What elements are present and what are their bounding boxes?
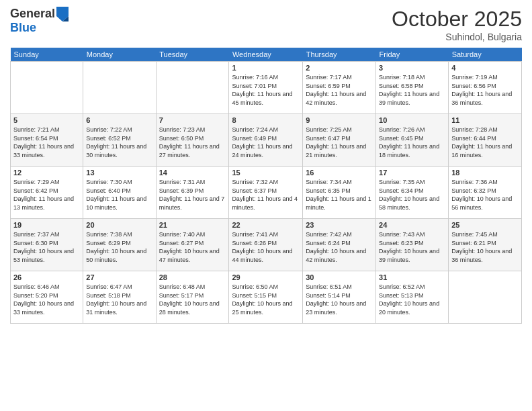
calendar-cell: 20Sunrise: 7:38 AMSunset: 6:29 PMDayligh… (83, 219, 156, 271)
day-number: 9 (306, 116, 373, 124)
day-info: Sunrise: 6:52 AMSunset: 5:13 PMDaylight:… (379, 283, 445, 316)
day-info: Sunrise: 7:23 AMSunset: 6:50 PMDaylight:… (159, 126, 226, 159)
day-number: 11 (451, 116, 519, 124)
day-number: 10 (379, 116, 445, 124)
day-number: 20 (86, 221, 152, 229)
day-info: Sunrise: 7:43 AMSunset: 6:23 PMDaylight:… (379, 230, 445, 264)
day-info: Sunrise: 7:38 AMSunset: 6:29 PMDaylight:… (86, 230, 152, 264)
calendar-cell: 5Sunrise: 7:21 AMSunset: 6:54 PMDaylight… (11, 114, 83, 167)
calendar-cell: 21Sunrise: 7:40 AMSunset: 6:27 PMDayligh… (156, 219, 229, 271)
day-info: Sunrise: 7:40 AMSunset: 6:27 PMDaylight:… (159, 230, 226, 264)
calendar-header-monday: Monday (83, 48, 156, 62)
day-number: 2 (306, 64, 373, 72)
day-number: 5 (13, 116, 80, 124)
calendar-cell: 4Sunrise: 7:19 AMSunset: 6:56 PMDaylight… (449, 62, 522, 114)
day-number: 31 (379, 273, 445, 281)
day-info: Sunrise: 7:36 AMSunset: 6:32 PMDaylight:… (451, 178, 519, 212)
day-number: 18 (451, 169, 519, 177)
calendar-cell: 9Sunrise: 7:25 AMSunset: 6:47 PMDaylight… (303, 114, 376, 167)
day-number: 15 (232, 169, 300, 177)
day-info: Sunrise: 7:17 AMSunset: 6:59 PMDaylight:… (306, 73, 373, 107)
day-number: 6 (86, 116, 152, 124)
calendar-cell: 15Sunrise: 7:32 AMSunset: 6:37 PMDayligh… (229, 167, 303, 219)
day-info: Sunrise: 7:16 AMSunset: 7:01 PMDaylight:… (232, 73, 300, 107)
day-info: Sunrise: 7:18 AMSunset: 6:58 PMDaylight:… (379, 73, 445, 107)
logo-general-text: General (10, 7, 55, 21)
day-info: Sunrise: 7:37 AMSunset: 6:30 PMDaylight:… (13, 230, 80, 264)
day-number: 17 (379, 169, 445, 177)
day-number: 27 (86, 273, 152, 281)
calendar-cell: 19Sunrise: 7:37 AMSunset: 6:30 PMDayligh… (11, 219, 83, 271)
location: Suhindol, Bulgaria (392, 32, 522, 42)
day-number: 25 (451, 221, 519, 229)
day-info: Sunrise: 7:34 AMSunset: 6:35 PMDaylight:… (306, 178, 373, 212)
calendar-cell: 8Sunrise: 7:24 AMSunset: 6:49 PMDaylight… (229, 114, 303, 167)
logo-icon (56, 7, 69, 21)
day-info: Sunrise: 7:42 AMSunset: 6:24 PMDaylight:… (306, 230, 373, 264)
calendar-header-row: SundayMondayTuesdayWednesdayThursdayFrid… (11, 48, 522, 62)
page: General Blue October 2025 Suhindol, Bulg… (0, 0, 532, 411)
day-number: 29 (232, 273, 300, 281)
calendar: SundayMondayTuesdayWednesdayThursdayFrid… (10, 48, 522, 324)
day-info: Sunrise: 6:51 AMSunset: 5:14 PMDaylight:… (306, 283, 373, 316)
day-number: 12 (13, 169, 80, 177)
calendar-cell: 10Sunrise: 7:26 AMSunset: 6:45 PMDayligh… (376, 114, 449, 167)
day-info: Sunrise: 7:30 AMSunset: 6:40 PMDaylight:… (86, 178, 152, 212)
calendar-header-friday: Friday (376, 48, 449, 62)
calendar-header-tuesday: Tuesday (156, 48, 229, 62)
calendar-cell: 25Sunrise: 7:45 AMSunset: 6:21 PMDayligh… (449, 219, 522, 271)
day-number: 3 (379, 64, 445, 72)
day-number: 13 (86, 169, 152, 177)
calendar-cell: 2Sunrise: 7:17 AMSunset: 6:59 PMDaylight… (303, 62, 376, 114)
calendar-header-saturday: Saturday (449, 48, 522, 62)
calendar-cell: 18Sunrise: 7:36 AMSunset: 6:32 PMDayligh… (449, 167, 522, 219)
day-number: 26 (13, 273, 80, 281)
day-info: Sunrise: 7:19 AMSunset: 6:56 PMDaylight:… (451, 73, 519, 107)
calendar-cell: 29Sunrise: 6:50 AMSunset: 5:15 PMDayligh… (229, 271, 303, 324)
day-info: Sunrise: 7:45 AMSunset: 6:21 PMDaylight:… (451, 230, 519, 264)
day-number: 19 (13, 221, 80, 229)
day-number: 21 (159, 221, 226, 229)
header: General Blue October 2025 Suhindol, Bulg… (10, 7, 522, 42)
calendar-cell: 24Sunrise: 7:43 AMSunset: 6:23 PMDayligh… (376, 219, 449, 271)
day-info: Sunrise: 7:41 AMSunset: 6:26 PMDaylight:… (232, 230, 300, 264)
day-info: Sunrise: 7:25 AMSunset: 6:47 PMDaylight:… (306, 126, 373, 159)
day-number: 23 (306, 221, 373, 229)
day-number: 14 (159, 169, 226, 177)
calendar-week-row: 1Sunrise: 7:16 AMSunset: 7:01 PMDaylight… (11, 62, 522, 114)
day-number: 28 (159, 273, 226, 281)
logo: General Blue (10, 7, 70, 35)
calendar-cell: 7Sunrise: 7:23 AMSunset: 6:50 PMDaylight… (156, 114, 229, 167)
calendar-cell: 23Sunrise: 7:42 AMSunset: 6:24 PMDayligh… (303, 219, 376, 271)
calendar-cell: 12Sunrise: 7:29 AMSunset: 6:42 PMDayligh… (11, 167, 83, 219)
calendar-cell: 28Sunrise: 6:48 AMSunset: 5:17 PMDayligh… (156, 271, 229, 324)
day-number: 4 (451, 64, 519, 72)
day-number: 7 (159, 116, 226, 124)
calendar-cell: 1Sunrise: 7:16 AMSunset: 7:01 PMDaylight… (229, 62, 303, 114)
day-info: Sunrise: 7:26 AMSunset: 6:45 PMDaylight:… (379, 126, 445, 159)
day-info: Sunrise: 7:28 AMSunset: 6:44 PMDaylight:… (451, 126, 519, 159)
day-number: 30 (306, 273, 373, 281)
day-info: Sunrise: 7:24 AMSunset: 6:49 PMDaylight:… (232, 126, 300, 159)
calendar-cell (83, 62, 156, 114)
day-number: 24 (379, 221, 445, 229)
calendar-cell: 17Sunrise: 7:35 AMSunset: 6:34 PMDayligh… (376, 167, 449, 219)
calendar-cell: 3Sunrise: 7:18 AMSunset: 6:58 PMDaylight… (376, 62, 449, 114)
calendar-cell: 22Sunrise: 7:41 AMSunset: 6:26 PMDayligh… (229, 219, 303, 271)
day-info: Sunrise: 7:32 AMSunset: 6:37 PMDaylight:… (232, 178, 300, 212)
day-info: Sunrise: 7:21 AMSunset: 6:54 PMDaylight:… (13, 126, 80, 159)
calendar-week-row: 5Sunrise: 7:21 AMSunset: 6:54 PMDaylight… (11, 114, 522, 167)
day-number: 16 (306, 169, 373, 177)
calendar-cell: 31Sunrise: 6:52 AMSunset: 5:13 PMDayligh… (376, 271, 449, 324)
day-number: 22 (232, 221, 300, 229)
calendar-cell: 6Sunrise: 7:22 AMSunset: 6:52 PMDaylight… (83, 114, 156, 167)
day-info: Sunrise: 6:48 AMSunset: 5:17 PMDaylight:… (159, 283, 226, 316)
calendar-cell: 27Sunrise: 6:47 AMSunset: 5:18 PMDayligh… (83, 271, 156, 324)
day-info: Sunrise: 7:29 AMSunset: 6:42 PMDaylight:… (13, 178, 80, 212)
calendar-cell: 14Sunrise: 7:31 AMSunset: 6:39 PMDayligh… (156, 167, 229, 219)
day-info: Sunrise: 6:50 AMSunset: 5:15 PMDaylight:… (232, 283, 300, 316)
title-block: October 2025 Suhindol, Bulgaria (392, 7, 522, 42)
calendar-cell: 13Sunrise: 7:30 AMSunset: 6:40 PMDayligh… (83, 167, 156, 219)
day-number: 8 (232, 116, 300, 124)
calendar-cell (156, 62, 229, 114)
